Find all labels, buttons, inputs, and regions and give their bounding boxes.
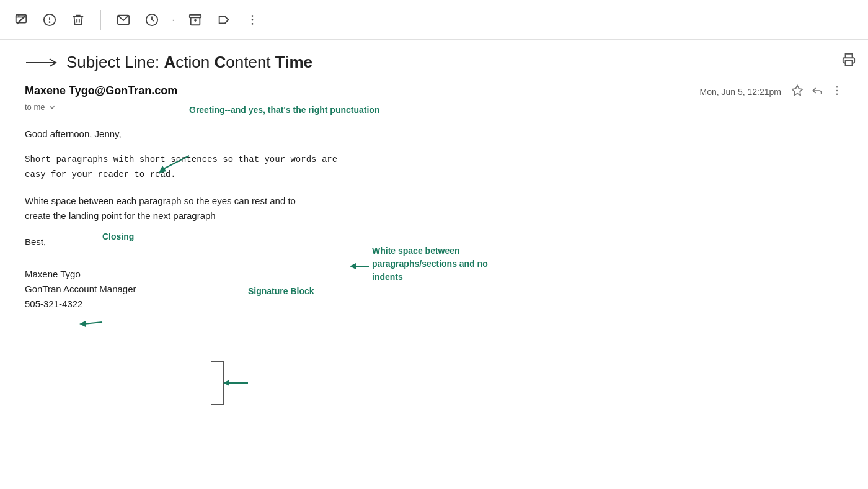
- svg-point-6: [50, 22, 50, 22]
- svg-point-18: [836, 90, 838, 92]
- to-me-row: to me: [25, 102, 843, 112]
- signature-phone: 505-321-4322: [25, 297, 843, 312]
- svg-rect-14: [846, 61, 852, 65]
- subject-content-c: C: [215, 53, 226, 71]
- sender-row: Maxene Tygo@GonTran.com Mon, Jun 5, 12:2…: [25, 84, 843, 99]
- alert-icon[interactable]: [41, 11, 58, 29]
- email-para2: White space between each paragraph so th…: [25, 194, 372, 223]
- annotation-greeting: Greeting--and yes, that's the right punc…: [189, 103, 379, 117]
- svg-point-13: [251, 23, 253, 25]
- block-icon[interactable]: [12, 11, 30, 29]
- sender-meta: Mon, Jun 5, 12:21pm: [699, 84, 843, 99]
- toolbar: ·: [0, 0, 868, 40]
- more-vertical-icon[interactable]: [244, 11, 261, 29]
- print-icon[interactable]: [842, 53, 856, 69]
- email-signature: Maxene Tygo GonTran Account Manager 505-…: [25, 267, 843, 312]
- svg-line-24: [84, 322, 102, 324]
- email-closing: Best, Closing: [25, 235, 843, 249]
- subject-ontent: ontent: [226, 53, 275, 71]
- subject-line: Subject Line: Action Content Time: [66, 53, 312, 72]
- annotation-closing: Closing: [102, 230, 134, 243]
- email-container: Subject Line: Action Content Time Maxene…: [0, 40, 868, 437]
- svg-point-12: [251, 19, 253, 20]
- closing-text: Best,: [25, 236, 46, 247]
- reply-icon[interactable]: [811, 84, 823, 99]
- svg-point-11: [251, 15, 253, 17]
- to-label: to me: [25, 102, 45, 112]
- archive-icon[interactable]: [187, 11, 204, 29]
- email-body: Good afternoon, Jenny, Greeting--and yes…: [25, 127, 843, 424]
- svg-marker-16: [792, 86, 803, 96]
- subject-arrow: [25, 56, 59, 70]
- toolbar-divider: [100, 10, 101, 30]
- email-date: Mon, Jun 5, 12:21pm: [699, 87, 781, 97]
- to-me-dropdown[interactable]: [48, 103, 56, 112]
- svg-point-17: [836, 86, 838, 88]
- subject-prefix: Subject Line:: [66, 53, 164, 71]
- label-icon[interactable]: [215, 11, 232, 29]
- signature-title: GonTran Account Manager: [25, 282, 843, 297]
- svg-point-19: [836, 94, 838, 96]
- subject-action-a: A: [164, 53, 176, 71]
- email-para1: Short paragraphs with short sentences so…: [25, 153, 347, 182]
- email-greeting: Good afternoon, Jenny, Greeting--and yes…: [25, 127, 843, 141]
- greeting-text: Good afternoon, Jenny,: [25, 128, 122, 139]
- subject-line-wrapper: Subject Line: Action Content Time: [25, 53, 843, 72]
- svg-marker-25: [79, 321, 86, 327]
- sender-meta-icons: [791, 84, 843, 99]
- delete-icon[interactable]: [69, 11, 87, 29]
- mail-icon[interactable]: [115, 11, 132, 29]
- annotation-signature: Signature Block: [248, 284, 314, 298]
- svg-rect-9: [189, 14, 200, 17]
- subject-ction: ction: [175, 53, 214, 71]
- history-icon[interactable]: [143, 11, 161, 29]
- signature-name: Maxene Tygo: [25, 267, 843, 282]
- email-more-icon[interactable]: [831, 84, 843, 99]
- star-icon[interactable]: [791, 84, 804, 99]
- subject-time: Time: [275, 53, 312, 71]
- sender-name: Maxene Tygo@GonTran.com: [25, 84, 177, 97]
- svg-marker-30: [223, 380, 229, 386]
- toolbar-separator-dot: ·: [172, 12, 175, 27]
